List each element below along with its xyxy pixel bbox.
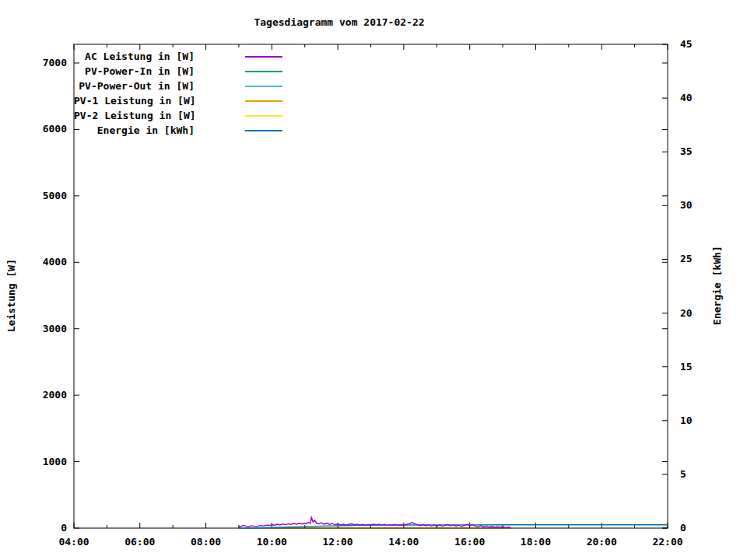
x-tick-label: 18:00 <box>521 536 551 548</box>
legend: AC Leistung in [W] PV-Power-In in [W] PV… <box>74 49 282 138</box>
legend-item-pv-power-in: PV-Power-In in [W] <box>74 64 282 79</box>
legend-item-pv1-leistung: PV-1 Leistung in [W] <box>74 93 282 108</box>
x-tick-label: 08:00 <box>191 536 221 548</box>
x-tick-label: 20:00 <box>587 536 617 548</box>
y-right-tick-label: 15 <box>680 361 693 373</box>
legend-item-pv-power-out: PV-Power-Out in [W] <box>74 79 282 93</box>
y-right-tick-label: 20 <box>680 307 693 319</box>
x-tick-label: 14:00 <box>388 536 419 548</box>
chart: Tagesdiagramm vom 2017-02-22 Leistung [W… <box>0 0 747 560</box>
y-left-tick-label: 0 <box>61 522 67 534</box>
legend-item-ac-leistung: AC Leistung in [W] <box>74 49 282 64</box>
y-right-tick-label: 10 <box>680 415 693 426</box>
y-left-tick-label: 2000 <box>43 389 67 401</box>
y-right-tick-label: 25 <box>680 253 693 264</box>
x-tick-label: 12:00 <box>323 536 353 548</box>
legend-line-swatch-pv1-leistung <box>245 100 282 102</box>
y-left-tick-label: 7000 <box>43 57 67 68</box>
y-left-tick-label: 6000 <box>43 123 67 135</box>
legend-label-pv-power-in: PV-Power-In in [W] <box>74 65 195 77</box>
legend-label-pv2-leistung: PV-2 Leistung in [W] <box>74 110 195 121</box>
y-left-tick-label: 5000 <box>43 190 67 201</box>
x-tick-label: 06:00 <box>124 536 155 548</box>
legend-label-pv-power-out: PV-Power-Out in [W] <box>74 80 195 92</box>
legend-label-ac-leistung: AC Leistung in [W] <box>74 51 195 62</box>
x-tick-label: 10:00 <box>257 536 287 548</box>
legend-line-swatch-pv-power-out <box>245 86 282 87</box>
y-right-tick-label: 35 <box>680 145 693 157</box>
x-tick-label: 16:00 <box>454 536 485 548</box>
y-left-tick-label: 4000 <box>43 256 67 268</box>
legend-item-pv2-leistung: PV-2 Leistung in [W] <box>74 108 282 123</box>
y-right-tick-label: 45 <box>680 38 693 50</box>
legend-label-energie: Energie in [kWh] <box>74 124 195 136</box>
legend-item-energie: Energie in [kWh] <box>74 123 282 138</box>
legend-label-pv1-leistung: PV-1 Leistung in [W] <box>74 95 195 107</box>
x-tick-label: 22:00 <box>652 536 682 548</box>
legend-line-swatch-ac-leistung <box>245 56 282 58</box>
legend-line-swatch-energie <box>245 130 282 131</box>
legend-line-swatch-pv2-leistung <box>245 115 282 117</box>
y-right-tick-label: 5 <box>680 468 686 480</box>
y-right-tick-label: 30 <box>680 199 693 211</box>
x-tick-label: 04:00 <box>58 536 89 548</box>
y-right-tick-label: 40 <box>680 92 693 103</box>
legend-line-swatch-pv-power-in <box>245 71 282 72</box>
series-ac-leistung <box>239 517 511 527</box>
y-right-tick-label: 0 <box>680 522 686 534</box>
y-left-tick-label: 3000 <box>43 323 67 334</box>
y-left-tick-label: 1000 <box>43 456 67 467</box>
